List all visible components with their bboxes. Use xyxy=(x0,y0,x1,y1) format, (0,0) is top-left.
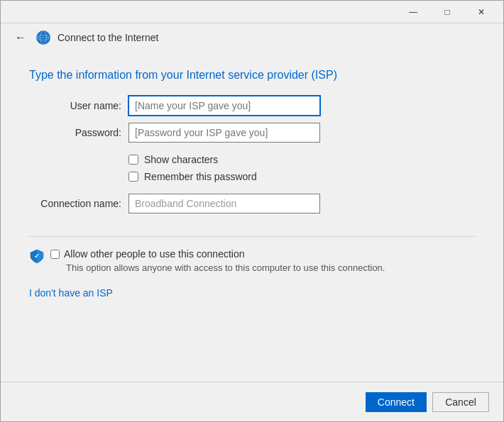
allow-row: Allow other people to use this connectio… xyxy=(50,248,385,260)
remember-password-row: Remember this password xyxy=(128,171,475,182)
connection-name-input[interactable] xyxy=(128,194,320,213)
nav-bar: ← Connect to the Internet xyxy=(1,23,503,52)
connection-name-row: Connection name: xyxy=(29,194,475,213)
username-row: User name: xyxy=(29,96,475,116)
remember-password-label[interactable]: Remember this password xyxy=(144,171,257,182)
form-section: User name: Password: xyxy=(29,96,475,143)
svg-text:✓: ✓ xyxy=(34,252,40,260)
allow-section: ✓ Allow other people to use this connect… xyxy=(29,248,475,273)
password-input[interactable] xyxy=(128,123,320,143)
remember-password-checkbox[interactable] xyxy=(128,172,138,182)
allow-others-checkbox[interactable] xyxy=(50,250,60,259)
title-bar: — □ ✕ xyxy=(1,1,503,23)
separator xyxy=(29,236,475,237)
back-button[interactable]: ← xyxy=(12,28,29,47)
allow-others-label[interactable]: Allow other people to use this connectio… xyxy=(64,248,245,260)
title-bar-controls: — □ ✕ xyxy=(397,1,498,23)
section-title: Type the information from your Internet … xyxy=(29,69,475,82)
username-input[interactable] xyxy=(128,96,320,116)
footer: Connect Cancel xyxy=(1,382,503,421)
nav-title: Connect to the Internet xyxy=(57,32,158,43)
shield-icon: ✓ xyxy=(29,248,45,264)
password-label: Password: xyxy=(29,127,121,138)
content-area: Type the information from your Internet … xyxy=(1,52,503,382)
allow-description: This option allows anyone with access to… xyxy=(66,262,385,273)
show-characters-label[interactable]: Show characters xyxy=(144,154,218,165)
globe-icon xyxy=(36,30,50,45)
username-label: User name: xyxy=(29,100,121,111)
checkboxes-group: Show characters Remember this password xyxy=(128,154,475,182)
password-row: Password: xyxy=(29,123,475,143)
minimize-button[interactable]: — xyxy=(397,1,429,23)
show-characters-checkbox[interactable] xyxy=(128,155,138,165)
close-button[interactable]: ✕ xyxy=(465,1,498,23)
connection-name-label: Connection name: xyxy=(29,198,121,209)
maximize-button[interactable]: □ xyxy=(431,1,464,23)
no-isp-link[interactable]: I don't have an ISP xyxy=(29,287,475,299)
allow-content: Allow other people to use this connectio… xyxy=(50,248,385,273)
show-characters-row: Show characters xyxy=(128,154,475,165)
connect-button[interactable]: Connect xyxy=(366,392,427,412)
cancel-button[interactable]: Cancel xyxy=(432,392,489,412)
main-window: — □ ✕ ← Connect to the Internet Type the… xyxy=(0,0,504,422)
